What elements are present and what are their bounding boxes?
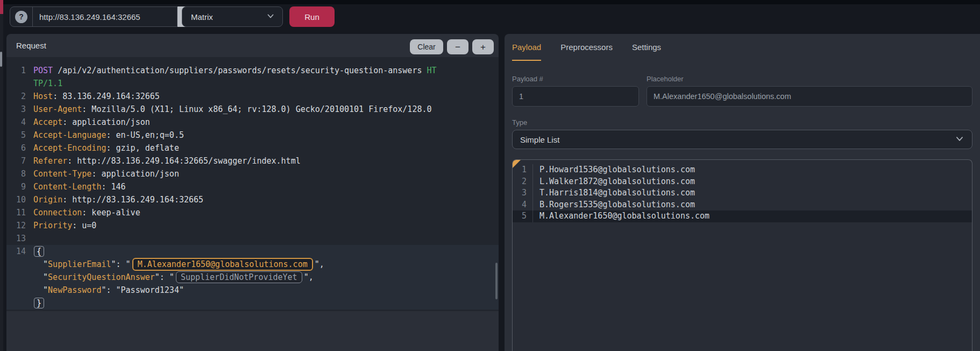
request-editor-row[interactable]: "NewPassword": "Password1234" xyxy=(6,284,499,297)
code-segment: : en-US,en;q=0.5 xyxy=(106,130,184,140)
decrease-font-button[interactable]: − xyxy=(447,39,468,54)
payload-list-row[interactable]: 1P.Howard1536@globalsolutions.com xyxy=(513,164,972,176)
code-segment: ", xyxy=(315,259,324,269)
code-segment: : 83.136.249.164:32665 xyxy=(53,92,160,101)
code-segment: Accept xyxy=(33,117,62,127)
payload-list-row[interactable]: 2L.Walker1872@globalsolutions.com xyxy=(513,176,972,188)
payload-list-row[interactable]: 5M.Alexander1650@globalsolutions.com xyxy=(513,210,972,222)
code-segment: Accept-Language xyxy=(33,130,106,140)
code-segment: : Mozilla/5.0 (X11; Linux x86_64; rv:128… xyxy=(82,104,431,114)
code-segment: Accept-Encoding xyxy=(33,143,106,153)
code-segment: " xyxy=(33,285,48,295)
code-segment: NewPassword xyxy=(48,285,101,295)
code-segment: : http://83.136.249.164:32665 xyxy=(62,195,203,205)
request-editor-row[interactable]: "SecurityQuestionAnswer": "SupplierDidNo… xyxy=(6,271,499,284)
request-editor-row[interactable]: 12Priority: u=0 xyxy=(6,219,499,232)
line-number: 8 xyxy=(6,167,33,180)
placeholder-input[interactable] xyxy=(647,86,972,107)
code-segment: ": " xyxy=(111,259,131,269)
code-segment: /api/v2/authentication/suppliers/passwor… xyxy=(53,66,427,75)
request-editor-row[interactable]: 3User-Agent: Mozilla/5.0 (X11; Linux x86… xyxy=(6,103,499,116)
code-segment: ", xyxy=(304,272,314,282)
request-editor-row[interactable]: TP/1.1 xyxy=(6,77,499,90)
request-editor-row[interactable]: 2Host: 83.136.249.164:32665 xyxy=(6,90,499,103)
line-content: POST /api/v2/authentication/suppliers/pa… xyxy=(33,64,437,77)
chevron-down-icon xyxy=(955,134,964,145)
line-content: { xyxy=(33,245,45,258)
line-number: 2 xyxy=(513,176,533,188)
code-segment: Priority xyxy=(33,221,72,230)
chevron-down-icon xyxy=(266,12,275,22)
run-button[interactable]: Run xyxy=(289,6,335,27)
line-number: 11 xyxy=(6,206,33,219)
line-number: 5 xyxy=(6,129,33,142)
request-editor-row[interactable]: 6Accept-Encoding: gzip, deflate xyxy=(6,142,499,155)
left-red-accent xyxy=(0,0,3,14)
code-segment: HT xyxy=(427,66,437,75)
line-number: 3 xyxy=(6,103,33,116)
line-content: User-Agent: Mozilla/5.0 (X11; Linux x86_… xyxy=(33,103,432,116)
help-icon: ? xyxy=(15,11,27,23)
request-editor-row[interactable]: 5Accept-Language: en-US,en;q=0.5 xyxy=(6,129,499,142)
unmarked-token: SupplierDidNotProvideYet xyxy=(176,271,302,283)
line-number: 12 xyxy=(6,219,33,232)
increase-font-button[interactable]: + xyxy=(472,39,494,54)
url-input[interactable] xyxy=(33,7,177,26)
request-editor-row[interactable]: } xyxy=(6,297,499,310)
request-editor-scrollbar-thumb[interactable] xyxy=(495,263,498,299)
request-editor-row[interactable]: "SupplierEmail": "M.Alexander1650@global… xyxy=(6,258,499,271)
line-number xyxy=(6,77,33,90)
code-segment: Connection xyxy=(33,208,82,217)
request-editor-row[interactable]: 13 xyxy=(6,232,499,245)
request-editor-row[interactable]: 9Content-Length: 146 xyxy=(6,180,499,193)
code-segment: SecurityQuestionAnswer xyxy=(48,272,155,282)
line-number: 2 xyxy=(6,90,33,103)
clear-button[interactable]: Clear xyxy=(410,39,443,54)
tab-payload[interactable]: Payload xyxy=(512,34,541,61)
type-select-value: Simple List xyxy=(520,135,559,144)
code-segment: : http://83.136.249.164:32665/swagger/in… xyxy=(67,156,300,166)
code-segment: User-Agent xyxy=(33,104,82,114)
code-segment: SupplierEmail xyxy=(48,259,111,269)
line-content: Content-Type: application/json xyxy=(33,167,179,180)
payload-list-row[interactable]: 4B.Rogers1535@globalsolutions.com xyxy=(513,199,972,211)
request-editor-row[interactable]: 8Content-Type: application/json xyxy=(6,167,499,180)
type-select[interactable]: Simple List xyxy=(512,130,972,149)
line-number: 9 xyxy=(6,180,33,193)
line-number xyxy=(6,258,33,271)
payload-item: T.Harris1814@globalsolutions.com xyxy=(533,187,695,199)
left-edge-scrollbar-thumb[interactable] xyxy=(0,52,2,67)
left-edge-column xyxy=(0,14,3,351)
line-number xyxy=(6,297,33,310)
payload-number-input[interactable] xyxy=(512,86,639,107)
code-segment: : application/json xyxy=(62,117,150,127)
payload-list-lines: 1P.Howard1536@globalsolutions.com2L.Walk… xyxy=(513,164,972,222)
request-editor[interactable]: 1POST /api/v2/authentication/suppliers/p… xyxy=(6,57,499,311)
placeholder-field: Placeholder xyxy=(647,75,972,107)
code-segment: ": "Password1234" xyxy=(101,285,184,295)
request-editor-row[interactable]: 14{ xyxy=(6,245,499,258)
tab-preprocessors[interactable]: Preprocessors xyxy=(560,34,613,61)
request-editor-row[interactable]: 7Referer: http://83.136.249.164:32665/sw… xyxy=(6,155,499,167)
request-editor-row[interactable]: 4Accept: application/json xyxy=(6,116,499,129)
line-content: Host: 83.136.249.164:32665 xyxy=(33,90,160,103)
mode-select[interactable]: Matrix xyxy=(182,6,283,27)
payload-list-row[interactable]: 3T.Harris1814@globalsolutions.com xyxy=(513,187,972,199)
line-number xyxy=(6,271,33,284)
line-number: 6 xyxy=(6,142,33,155)
tab-settings[interactable]: Settings xyxy=(632,34,661,61)
help-button[interactable]: ? xyxy=(10,7,33,26)
request-panel: Request Clear − + 1POST /api/v2/authenti… xyxy=(6,34,499,351)
line-content: Content-Length: 146 xyxy=(33,180,126,193)
url-bar-group: ? xyxy=(10,6,201,27)
request-editor-row[interactable]: 1POST /api/v2/authentication/suppliers/p… xyxy=(6,64,499,77)
code-segment: " xyxy=(33,272,48,282)
request-editor-row[interactable]: 10Origin: http://83.136.249.164:32665 xyxy=(6,193,499,206)
line-content: } xyxy=(33,297,45,310)
request-editor-row[interactable]: 11Connection: keep-alive xyxy=(6,206,499,219)
code-segment: TP/1.1 xyxy=(33,79,62,88)
payload-list-editor[interactable]: 1P.Howard1536@globalsolutions.com2L.Walk… xyxy=(512,159,972,351)
line-content: "SecurityQuestionAnswer": "SupplierDidNo… xyxy=(33,271,314,284)
line-number: 5 xyxy=(513,210,533,222)
request-actions: Clear − + xyxy=(410,39,494,54)
